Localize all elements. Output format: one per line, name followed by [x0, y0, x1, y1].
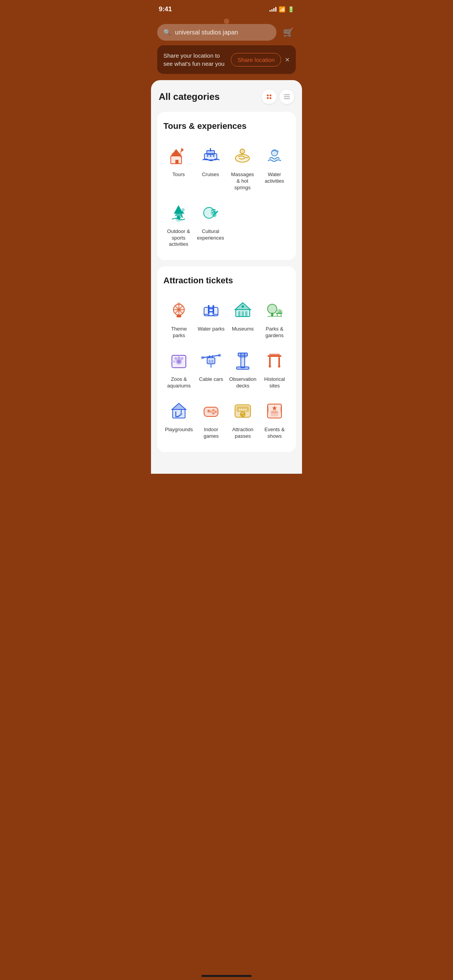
- svg-rect-77: [211, 360, 213, 363]
- svg-point-62: [279, 310, 283, 314]
- category-zoos[interactable]: Zoos & aquariums: [163, 345, 194, 392]
- svg-rect-46: [208, 311, 214, 312]
- zoos-label: Zoos & aquariums: [165, 376, 193, 389]
- water-parks-icon: [199, 298, 223, 323]
- category-cruises[interactable]: Cruises: [196, 140, 226, 194]
- attraction-tickets-title: Attraction tickets: [163, 276, 290, 286]
- status-bar: 9:41 📶 🔋: [151, 0, 302, 16]
- svg-rect-39: [177, 315, 181, 317]
- tours-experiences-title: Tours & experiences: [163, 121, 290, 131]
- search-input-text[interactable]: universal studios japan: [175, 29, 238, 36]
- category-outdoor-sports[interactable]: Outdoor & sports activities: [163, 197, 194, 251]
- cultural-label: Cultural experiences: [197, 228, 225, 242]
- signal-icon: [269, 7, 276, 12]
- cruises-icon: [198, 144, 223, 168]
- svg-rect-4: [180, 151, 181, 158]
- close-banner-button[interactable]: ×: [285, 55, 290, 64]
- grid-view-button[interactable]: [262, 89, 276, 104]
- svg-point-99: [180, 413, 182, 415]
- category-cable-cars[interactable]: Cable cars: [196, 345, 226, 392]
- svg-rect-59: [277, 314, 278, 316]
- camera-notch: [224, 19, 229, 24]
- category-playgrounds[interactable]: Playgrounds: [163, 396, 194, 443]
- svg-rect-88: [268, 355, 281, 357]
- events-shows-label: Events & shows: [261, 427, 288, 440]
- svg-rect-95: [173, 409, 185, 418]
- battery-icon: 🔋: [288, 6, 294, 12]
- svg-marker-5: [181, 148, 184, 152]
- category-observation-decks[interactable]: Observation decks: [228, 345, 258, 392]
- svg-point-6: [171, 152, 173, 155]
- massages-icon: [230, 144, 255, 168]
- svg-marker-94: [172, 403, 186, 409]
- observation-decks-icon: [230, 348, 255, 373]
- museums-icon: [230, 298, 255, 323]
- category-water-parks[interactable]: Water parks: [196, 295, 226, 342]
- svg-point-70: [173, 360, 175, 363]
- list-view-button[interactable]: [280, 89, 294, 104]
- svg-point-68: [178, 356, 180, 359]
- svg-marker-2: [171, 149, 182, 156]
- svg-rect-60: [281, 314, 281, 316]
- search-icon: 🔍: [163, 29, 171, 36]
- parks-gardens-icon: [262, 298, 287, 323]
- svg-point-80: [218, 354, 221, 357]
- cart-button[interactable]: 🛒: [280, 25, 296, 40]
- svg-point-12: [210, 155, 211, 157]
- svg-point-66: [177, 360, 181, 363]
- category-tours[interactable]: Tours: [163, 140, 194, 194]
- svg-point-118: [271, 410, 278, 413]
- svg-rect-103: [208, 409, 209, 413]
- category-museums[interactable]: Museums: [228, 295, 258, 342]
- search-bar[interactable]: 🔍 universal studios japan: [157, 24, 276, 41]
- status-time: 9:41: [159, 5, 172, 13]
- theme-parks-icon: [166, 298, 191, 323]
- svg-rect-45: [208, 308, 214, 309]
- share-location-button[interactable]: Share location: [231, 53, 281, 67]
- attraction-tickets-grid: Theme parks Water parks: [163, 295, 290, 442]
- svg-point-108: [209, 410, 213, 413]
- cruises-label: Cruises: [202, 171, 219, 178]
- category-theme-parks[interactable]: Theme parks: [163, 295, 194, 342]
- wifi-icon: 📶: [279, 6, 285, 12]
- grid-icon: [267, 94, 271, 99]
- category-parks-gardens[interactable]: Parks & gardens: [259, 295, 290, 342]
- svg-point-105: [214, 411, 217, 413]
- svg-rect-51: [238, 311, 240, 317]
- water-activities-icon: [262, 144, 287, 168]
- svg-point-21: [276, 150, 279, 152]
- svg-rect-43: [208, 305, 209, 314]
- zoos-icon: [166, 348, 191, 373]
- svg-rect-76: [209, 360, 211, 363]
- category-water-activities[interactable]: Water activities: [259, 140, 290, 194]
- location-actions: Share location ×: [231, 53, 290, 67]
- svg-rect-83: [238, 353, 247, 356]
- tours-experiences-section: Tours & experiences Tours: [157, 112, 296, 260]
- main-content: All categories Tours & experiences: [151, 80, 302, 474]
- search-container: 🔍 universal studios japan 🛒: [151, 24, 302, 45]
- category-historical-sites[interactable]: Historical sites: [259, 345, 290, 392]
- category-events-shows[interactable]: Events & shows: [259, 396, 290, 443]
- svg-point-104: [212, 409, 214, 411]
- svg-point-27: [182, 208, 185, 211]
- category-attraction-passes[interactable]: PASS Attraction passes: [228, 396, 258, 443]
- attraction-passes-icon: PASS: [230, 399, 255, 423]
- outdoor-sports-label: Outdoor & sports activities: [165, 228, 192, 248]
- svg-point-11: [207, 155, 208, 157]
- svg-rect-40: [177, 303, 180, 305]
- playgrounds-label: Playgrounds: [165, 427, 193, 433]
- svg-point-13: [213, 155, 214, 157]
- svg-rect-89: [269, 354, 280, 355]
- category-cultural[interactable]: Cultural experiences: [196, 197, 226, 251]
- tours-experiences-grid: Tours Cruises: [163, 140, 290, 251]
- parks-gardens-label: Parks & gardens: [261, 326, 288, 339]
- svg-point-106: [212, 412, 214, 415]
- svg-rect-3: [175, 160, 178, 164]
- location-message: Share your location to see what's fun ne…: [163, 51, 226, 68]
- museums-label: Museums: [232, 326, 254, 332]
- cable-cars-icon: [199, 348, 223, 373]
- category-massages[interactable]: Massages & hot springs: [227, 140, 258, 194]
- category-indoor-games[interactable]: Indoor games: [196, 396, 226, 443]
- attraction-passes-label: Attraction passes: [229, 427, 256, 440]
- svg-point-79: [201, 356, 204, 359]
